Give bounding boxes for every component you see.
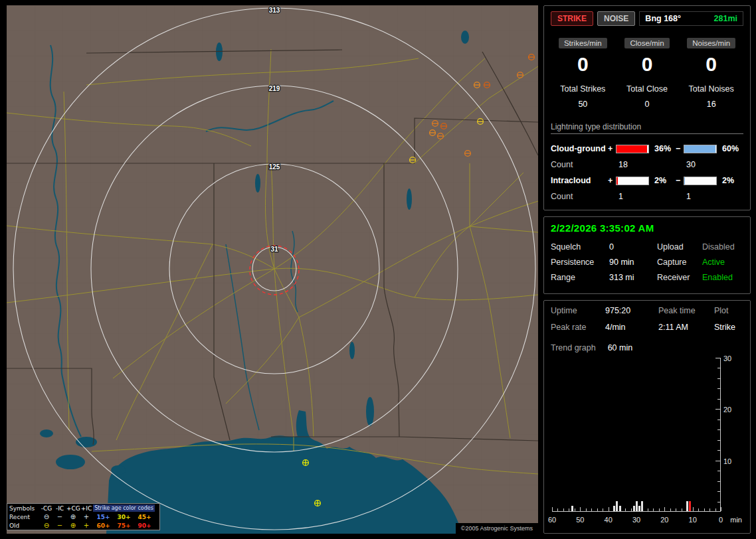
receiver-label: Receiver [657, 273, 702, 282]
upload-status: Disabled [702, 242, 743, 252]
trend-bar [638, 506, 640, 511]
persistence-label: Persistence [551, 258, 609, 267]
minus-sign: − [676, 176, 684, 185]
pos-cg-recent-icon: ⊕ [66, 513, 80, 520]
x-tick [631, 508, 632, 511]
cg-minus-bar [684, 145, 717, 153]
ic-minus-percent: 2% [718, 176, 743, 185]
squelch-row: Squelch 0 Upload Disabled [551, 242, 743, 252]
x-axis-label: 40 [605, 516, 613, 524]
count-label: Count [551, 192, 608, 201]
x-axis [552, 511, 721, 512]
trend-bar [616, 501, 618, 511]
x-axis-unit: min [730, 516, 742, 524]
legend-col-pos-cg: +CG [66, 505, 80, 512]
trend-bar [641, 501, 643, 511]
range-row: Range 313 mi Receiver Enabled [551, 273, 743, 282]
minus-sign: − [676, 144, 684, 153]
neg-ic-old-icon: − [53, 522, 66, 529]
peak-rate-value: 4/min [605, 323, 658, 332]
datetime-display: 2/22/2026 3:35:02 AM [551, 222, 743, 234]
copyright-notice: ©2005 Astrogenic Systems [456, 523, 538, 534]
x-tick [664, 507, 665, 511]
intracloud-label: Intracloud [551, 176, 608, 185]
uptime-row: Uptime 975:20 Peak time Plot [551, 306, 743, 315]
legend-title: Symbols [9, 505, 40, 512]
y-tick [717, 481, 720, 482]
legend-old-label: Old [9, 522, 40, 529]
y-tick [717, 471, 720, 471]
squelch-value: 0 [609, 242, 657, 252]
age-60: 60+ [93, 522, 114, 529]
x-tick [591, 508, 592, 511]
y-tick [715, 461, 720, 461]
app-window: 313 219 125 31 Symbols -CG -IC +CG +IC S… [0, 0, 756, 539]
x-tick [682, 508, 682, 511]
total-close-label: Total Close [615, 84, 680, 94]
legend-col-neg-cg: -CG [40, 505, 53, 512]
total-close-value: 0 [615, 100, 680, 109]
close-per-min-value: 0 [615, 54, 680, 74]
close-per-min-chip: Close/min [624, 38, 669, 48]
close-counter: Close/min 0 Total Close 0 [615, 37, 680, 109]
trend-bar [613, 506, 615, 511]
x-tick [709, 508, 710, 511]
ic-plus-count: 1 [616, 192, 650, 201]
capture-status: Active [702, 258, 743, 267]
y-tick [717, 420, 720, 420]
control-panel: STRIKE NOISE Bng 168° 281mi Strikes/min … [543, 5, 751, 534]
noises-counter: Noises/min 0 Total Noises 16 [679, 37, 743, 109]
age-45: 45+ [134, 514, 155, 520]
peak-rate-row: Peak rate 4/min 2:11 AM Strike [551, 323, 743, 332]
legend-recent-row: Recent ⊖ − ⊕ + 15+ 30+ 45+ [7, 512, 159, 521]
legend-old-row: Old ⊖ − ⊕ + 60+ 75+ 90+ [7, 521, 159, 530]
intracloud-count-row: Count 1 1 [551, 189, 743, 204]
cg-plus-count: 18 [616, 160, 650, 169]
cg-minus-count: 30 [684, 160, 718, 169]
plot-value: Strike [714, 323, 743, 332]
trend-bar [619, 506, 621, 511]
total-strikes-label: Total Strikes [551, 84, 615, 94]
total-noises-label: Total Noises [679, 84, 743, 94]
y-tick [717, 440, 720, 441]
ring-label-125: 125 [269, 163, 280, 171]
x-tick [575, 508, 575, 511]
x-axis-label: 0 [719, 516, 723, 524]
y-axis-label: 30 [723, 354, 738, 362]
trend-bar [571, 506, 573, 511]
noise-mode-button[interactable]: NOISE [597, 11, 635, 26]
ic-plus-bar [616, 177, 649, 185]
intracloud-row: Intracloud + 2% − 2% [551, 173, 743, 189]
neg-cg-old-icon: ⊖ [40, 522, 53, 529]
trend-bar [686, 501, 688, 511]
x-tick [597, 508, 598, 511]
trend-bar [689, 501, 691, 511]
upload-label: Upload [657, 242, 702, 252]
legend-col-neg-ic: -IC [53, 505, 66, 512]
x-tick [586, 508, 587, 511]
peak-time-value: 2:11 AM [658, 323, 714, 332]
range-value: 313 mi [609, 273, 657, 282]
x-tick [625, 508, 626, 511]
x-axis-label: 20 [660, 516, 668, 524]
bearing-label: Bng 168° [645, 14, 681, 23]
y-tick [717, 378, 720, 379]
ic-minus-count: 1 [684, 192, 718, 201]
ic-plus-percent: 2% [650, 176, 676, 185]
age-codes-title: Strike age color codes [93, 504, 155, 512]
y-tick [717, 368, 720, 368]
x-axis-label: 10 [689, 516, 697, 524]
x-tick [580, 507, 581, 511]
range-label: Range [551, 273, 609, 282]
y-tick [717, 491, 720, 492]
trend-graph-row: Trend graph 60 min [551, 343, 743, 352]
x-axis-label: 60 [548, 516, 556, 524]
receiver-status: Enabled [702, 273, 743, 282]
y-tick [715, 409, 720, 410]
age-90: 90+ [134, 522, 155, 529]
x-tick [609, 507, 609, 511]
x-tick [563, 508, 564, 511]
y-tick [717, 399, 720, 400]
strike-mode-button[interactable]: STRIKE [551, 11, 593, 26]
pos-cg-old-icon: ⊕ [66, 522, 80, 529]
